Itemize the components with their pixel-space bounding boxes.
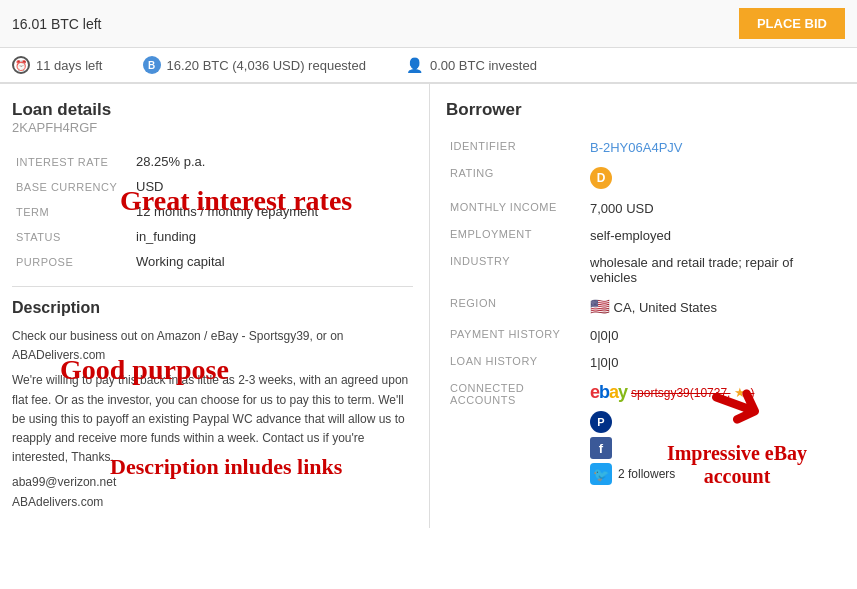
field-label: BASE CURRENCY [12, 174, 132, 199]
ebay-a: a [609, 382, 618, 402]
btc-left-label: 16.01 BTC left [12, 16, 102, 32]
annotation-interest: Great interest rates [120, 184, 352, 218]
field-value: wholesale and retail trade; repair of ve… [586, 249, 841, 291]
clock-icon: ⏰ [12, 56, 30, 74]
person-icon: 👤 [406, 56, 424, 74]
ebay-logo: ebay [590, 382, 627, 403]
ebay-y: y [618, 382, 627, 402]
days-left-item: ⏰ 11 days left [12, 56, 103, 74]
field-value: 🇺🇸 CA, United States [586, 291, 841, 322]
bitcoin-icon: B [143, 56, 161, 74]
table-row: EMPLOYMENT self-employed [446, 222, 841, 249]
field-label: REGION [446, 291, 586, 322]
ebay-e: e [590, 382, 599, 402]
table-row: REGION 🇺🇸 CA, United States [446, 291, 841, 322]
right-panel: Borrower IDENTIFIER B-2HY06A4PJV RATING … [430, 84, 857, 528]
field-value: 0|0|0 [586, 322, 841, 349]
field-value: B-2HY06A4PJV [586, 134, 841, 161]
table-row: IDENTIFIER B-2HY06A4PJV [446, 134, 841, 161]
field-label: MONTHLY INCOME [446, 195, 586, 222]
field-label: EMPLOYMENT [446, 222, 586, 249]
ebay-b: b [599, 382, 609, 402]
table-row: INTEREST RATE 28.25% p.a. [12, 149, 413, 174]
annotation-purpose: Good purpose [60, 354, 229, 386]
field-label: RATING [446, 161, 586, 195]
main-content: Loan details 2KAPFH4RGF Great interest r… [0, 84, 857, 528]
annotation-description: Description inludes links [110, 454, 342, 480]
borrower-title: Borrower [446, 100, 841, 120]
description-title: Description [12, 299, 413, 317]
field-value: D [586, 161, 841, 195]
place-bid-button[interactable]: PLACE BID [739, 8, 845, 39]
field-label: PAYMENT HISTORY [446, 322, 586, 349]
paypal-icon: P [590, 411, 612, 433]
desc-contact-site: ABAdelivers.com [12, 493, 413, 512]
loan-details-title: Loan details [12, 100, 413, 120]
field-value: 7,000 USD [586, 195, 841, 222]
identifier-link[interactable]: B-2HY06A4PJV [590, 140, 683, 155]
divider [12, 286, 413, 287]
btc-invested-text: 0.00 BTC invested [430, 58, 537, 73]
field-value: in_funding [132, 224, 413, 249]
field-label: INDUSTRY [446, 249, 586, 291]
table-row: MONTHLY INCOME 7,000 USD [446, 195, 841, 222]
btc-requested-text: 16.20 BTC (4,036 USD) requested [167, 58, 366, 73]
table-row: INDUSTRY wholesale and retail trade; rep… [446, 249, 841, 291]
field-value: Working capital [132, 249, 413, 274]
table-row: PURPOSE Working capital [12, 249, 413, 274]
left-panel: Loan details 2KAPFH4RGF Great interest r… [0, 84, 430, 528]
table-row: RATING D [446, 161, 841, 195]
field-label: IDENTIFIER [446, 134, 586, 161]
table-row: PAYMENT HISTORY 0|0|0 [446, 322, 841, 349]
field-value: 28.25% p.a. [132, 149, 413, 174]
btc-requested-item: B 16.20 BTC (4,036 USD) requested [143, 56, 366, 74]
flag-icon: 🇺🇸 [590, 298, 610, 315]
field-label: TERM [12, 199, 132, 224]
days-left-text: 11 days left [36, 58, 103, 73]
top-bar: 16.01 BTC left PLACE BID [0, 0, 857, 48]
field-label: INTEREST RATE [12, 149, 132, 174]
field-label: LOAN HISTORY [446, 349, 586, 376]
table-row: STATUS in_funding [12, 224, 413, 249]
field-value: self-employed [586, 222, 841, 249]
arrow-annotation: ➜ Impressive eBay account [647, 368, 827, 488]
field-label: PURPOSE [12, 249, 132, 274]
rating-badge: D [590, 167, 612, 189]
btc-invested-item: 👤 0.00 BTC invested [406, 56, 537, 74]
field-label: CONNECTED ACCOUNTS [446, 376, 586, 491]
twitter-icon: 🐦 [590, 463, 612, 485]
status-bar: ⏰ 11 days left B 16.20 BTC (4,036 USD) r… [0, 48, 857, 84]
loan-id: 2KAPFH4RGF [12, 120, 413, 135]
facebook-icon: f [590, 437, 612, 459]
field-label: STATUS [12, 224, 132, 249]
